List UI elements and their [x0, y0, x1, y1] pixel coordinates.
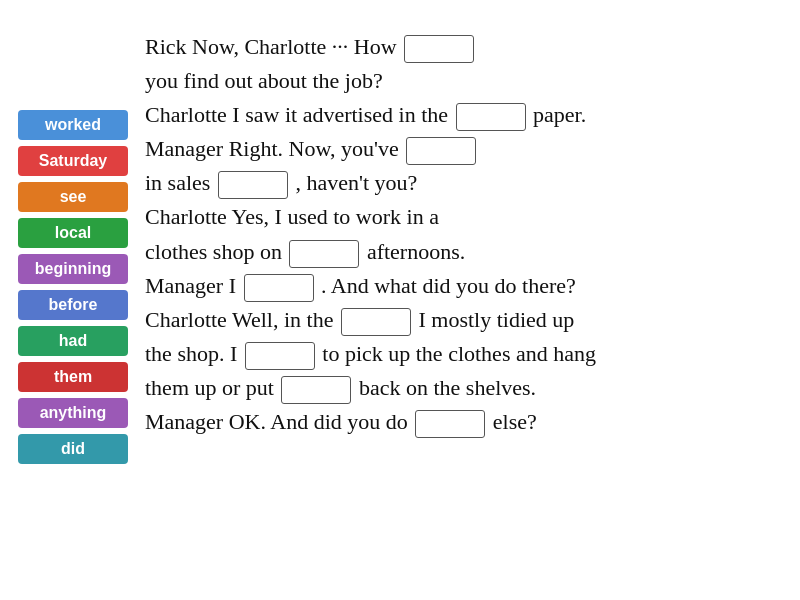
line-10: the shop. I to pick up the clothes and h…: [145, 337, 780, 371]
blank-7[interactable]: [341, 308, 411, 336]
chip-had[interactable]: had: [18, 326, 128, 356]
chip-local[interactable]: local: [18, 218, 128, 248]
blank-5[interactable]: [289, 240, 359, 268]
line6-text: Charlotte Yes, I used to work in a: [145, 204, 439, 229]
line9b-text: I mostly tidied up: [418, 307, 574, 332]
line-3: Charlotte I saw it advertised in the pap…: [145, 98, 780, 132]
line7-text: clothes shop on: [145, 239, 282, 264]
chip-them[interactable]: them: [18, 362, 128, 392]
line-11: them up or put back on the shelves.: [145, 371, 780, 405]
line2-text: you find out about the job?: [145, 68, 383, 93]
chip-worked[interactable]: worked: [18, 110, 128, 140]
word-bank: worked Saturday see local beginning befo…: [18, 110, 128, 464]
line12b-text: else?: [493, 409, 537, 434]
line-5: in sales , haven't you?: [145, 166, 780, 200]
line-9: Charlotte Well, in the I mostly tidied u…: [145, 303, 780, 337]
line-7: clothes shop on afternoons.: [145, 235, 780, 269]
line11-text: them up or put: [145, 375, 274, 400]
line-12: Manager OK. And did you do else?: [145, 405, 780, 439]
blank-1[interactable]: [404, 35, 474, 63]
chip-before[interactable]: before: [18, 290, 128, 320]
line4-text: Manager Right. Now, you've: [145, 136, 399, 161]
line7b-text: afternoons.: [367, 239, 465, 264]
line9-text: Charlotte Well, in the: [145, 307, 333, 332]
chip-did[interactable]: did: [18, 434, 128, 464]
chip-anything[interactable]: anything: [18, 398, 128, 428]
line3b-text: paper.: [533, 102, 586, 127]
dialogue-text: Rick Now, Charlotte ··· How you find out…: [145, 30, 780, 590]
blank-8[interactable]: [245, 342, 315, 370]
line8b-text: . And what did you do there?: [321, 273, 576, 298]
line-2: you find out about the job?: [145, 64, 780, 98]
line8-text: Manager I: [145, 273, 236, 298]
blank-2[interactable]: [456, 103, 526, 131]
line-1: Rick Now, Charlotte ··· How: [145, 30, 780, 64]
blank-3[interactable]: [406, 137, 476, 165]
line1-text: Rick Now, Charlotte ··· How: [145, 34, 397, 59]
line-6: Charlotte Yes, I used to work in a: [145, 200, 780, 234]
line3-text: Charlotte I saw it advertised in the: [145, 102, 448, 127]
line5-text: in sales: [145, 170, 210, 195]
line-8: Manager I . And what did you do there?: [145, 269, 780, 303]
blank-6[interactable]: [244, 274, 314, 302]
line10b-text: to pick up the clothes and hang: [322, 341, 596, 366]
line10-text: the shop. I: [145, 341, 237, 366]
blank-9[interactable]: [281, 376, 351, 404]
line11b-text: back on the shelves.: [359, 375, 536, 400]
chip-saturday[interactable]: Saturday: [18, 146, 128, 176]
blank-10[interactable]: [415, 410, 485, 438]
line-4: Manager Right. Now, you've: [145, 132, 780, 166]
line5b-text: , haven't you?: [295, 170, 417, 195]
chip-see[interactable]: see: [18, 182, 128, 212]
chip-beginning[interactable]: beginning: [18, 254, 128, 284]
blank-4[interactable]: [218, 171, 288, 199]
line12-text: Manager OK. And did you do: [145, 409, 408, 434]
